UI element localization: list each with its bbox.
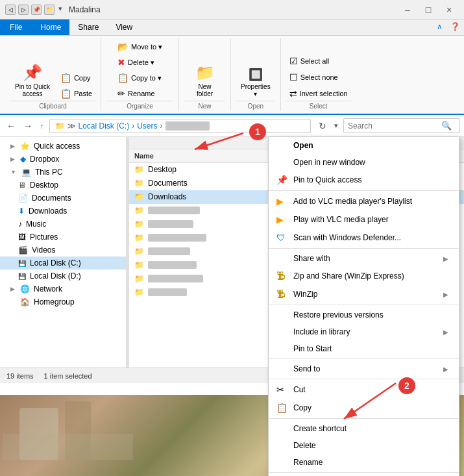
- ctx-winzip-share[interactable]: 🗜 Zip and Share (WinZip Express): [269, 267, 459, 285]
- ctx-scan-defender[interactable]: 🛡 Scan with Windows Defender...: [269, 229, 459, 247]
- invert-label: Invert selection: [300, 90, 348, 97]
- address-user[interactable]: ████████: [165, 121, 210, 131]
- refresh-btn[interactable]: ↻: [316, 119, 329, 132]
- help-btn[interactable]: ❓: [446, 19, 464, 35]
- forward-button[interactable]: →: [21, 119, 35, 132]
- sidebar-item-pictures[interactable]: 🖼 Pictures: [0, 231, 126, 244]
- expand-btn[interactable]: ▾: [332, 120, 341, 131]
- sidebar-item-local-disk-c[interactable]: 💾 Local Disk (C:): [0, 257, 126, 269]
- ribbon-tabs: File Home Share View ∧ ❓: [0, 19, 464, 36]
- blurred-3-icon: 📁: [134, 233, 144, 242]
- sidebar-item-this-pc[interactable]: ▼ 💻 This PC: [0, 166, 126, 179]
- folder-address-icon: 📁: [55, 121, 65, 131]
- tab-view[interactable]: View: [107, 19, 141, 35]
- sidebar-item-videos[interactable]: 🎬 Videos: [0, 244, 126, 257]
- ctx-winzip[interactable]: 🗜 WinZip ▶: [269, 285, 459, 303]
- rename-button[interactable]: ✏ Rename: [114, 86, 165, 101]
- address-sep2: ›: [132, 121, 134, 131]
- paste-icon: 📋: [60, 88, 71, 99]
- close-button[interactable]: ×: [439, 3, 459, 16]
- homegroup-label: Homegroup: [34, 297, 75, 307]
- ctx-open-label: Open: [293, 141, 313, 150]
- search-icon[interactable]: 🔍: [441, 121, 452, 131]
- sidebar-item-music[interactable]: ♪ Music: [0, 218, 126, 231]
- blurred-6-icon: 📁: [134, 274, 144, 283]
- select-none-button[interactable]: ☐ Select none: [286, 70, 351, 84]
- ribbon-group-select: ☑ Select all ☐ Select none ⇄ Invert sele…: [281, 38, 356, 111]
- downloads-icon: ⬇: [18, 207, 25, 216]
- new-folder-button[interactable]: 📁 Newfolder: [190, 60, 219, 101]
- select-label: Select: [286, 101, 351, 110]
- address-local-disk[interactable]: Local Disk (C:): [79, 121, 130, 131]
- delete-button[interactable]: ✖ Delete ▾: [114, 55, 165, 69]
- paste-button[interactable]: 📋 Paste: [57, 86, 95, 101]
- sidebar-item-documents[interactable]: 📄 Documents: [0, 192, 126, 205]
- sidebar-item-desktop[interactable]: 🖥 Desktop: [0, 179, 126, 192]
- ctx-pin-icon: 📌: [276, 175, 288, 185]
- network-expander: ▶: [10, 286, 15, 292]
- ctx-cut[interactable]: ✂ Cut: [269, 381, 459, 399]
- forward-icon[interactable]: ▷: [18, 5, 29, 15]
- ctx-create-shortcut-label: Create shortcut: [293, 424, 347, 433]
- sidebar-item-local-disk-d[interactable]: 💾 Local Disk (D:): [0, 269, 126, 282]
- ribbon-collapse-btn[interactable]: ∧: [433, 19, 446, 35]
- organize-label: Organize: [106, 101, 173, 110]
- ctx-open[interactable]: Open: [269, 137, 459, 154]
- pin-icon[interactable]: 📌: [31, 5, 42, 15]
- sidebar-item-network[interactable]: ▶ 🌐 Network: [0, 282, 126, 295]
- ctx-delete[interactable]: Delete: [269, 437, 459, 454]
- ctx-copy[interactable]: 📋 Copy: [269, 399, 459, 417]
- documents-icon: 📄: [18, 194, 28, 203]
- network-icon: 🌐: [20, 284, 30, 294]
- up-button[interactable]: ↑: [38, 121, 47, 131]
- ribbon-group-new: 📁 Newfolder New: [179, 38, 231, 111]
- ctx-include-library[interactable]: Include in library ▶: [269, 323, 459, 340]
- back-icon[interactable]: ◁: [5, 5, 16, 15]
- sidebar-item-dropbox[interactable]: ▶ ◆ Dropbox: [0, 153, 126, 166]
- ctx-open-new-window[interactable]: Open in new window: [269, 154, 459, 171]
- pin-label: Pin to Quick access: [15, 83, 50, 97]
- ctx-play-vlc[interactable]: ▶ Play with VLC media player: [269, 210, 459, 229]
- copy-button[interactable]: 📋 Copy: [57, 71, 95, 85]
- ctx-restore-versions[interactable]: Restore previous versions: [269, 307, 459, 323]
- address-sep1: ≫: [67, 121, 76, 131]
- tab-file[interactable]: File: [0, 19, 32, 35]
- ctx-pin-start[interactable]: Pin to Start: [269, 340, 459, 357]
- sidebar-item-quick-access[interactable]: ▶ ⭐ Quick access: [0, 140, 126, 153]
- move-to-button[interactable]: 📂 Move to ▾: [114, 40, 165, 54]
- ctx-send-to[interactable]: Send to ▶: [269, 360, 459, 377]
- search-bar[interactable]: 🔍: [343, 118, 460, 133]
- ctx-pin-quick-access[interactable]: 📌 Pin to Quick access: [269, 171, 459, 189]
- address-users[interactable]: Users: [137, 121, 157, 131]
- sidebar-item-homegroup[interactable]: ▶ 🏠 Homegroup: [0, 295, 126, 308]
- title-bar: ◁ ▷ 📌 📁 ▾ Madalina – □ ×: [0, 0, 464, 19]
- ctx-create-shortcut[interactable]: Create shortcut: [269, 420, 459, 437]
- ctx-rename[interactable]: Rename: [269, 454, 459, 471]
- ctx-share-arrow: ▶: [443, 255, 448, 262]
- ctx-cut-icon: ✂: [276, 384, 288, 395]
- back-button[interactable]: ←: [4, 119, 18, 132]
- ctx-share-with[interactable]: Share with ▶: [269, 250, 459, 267]
- annotation-2-label: 2: [404, 381, 409, 391]
- separator: ▾: [57, 5, 64, 15]
- properties-button[interactable]: 🔲 Properties▾: [236, 64, 275, 101]
- tab-home[interactable]: Home: [32, 19, 69, 35]
- sidebar-item-downloads[interactable]: ⬇ Downloads: [0, 205, 126, 218]
- pin-quick-access-button[interactable]: 📌 Pin to Quick access: [10, 60, 55, 101]
- copy-paste-group: 📋 Copy 📋 Paste: [57, 71, 95, 101]
- local-disk-d-icon: 💾: [18, 273, 26, 280]
- minimize-button[interactable]: –: [398, 3, 417, 16]
- search-input[interactable]: [348, 121, 439, 131]
- quick-access-label: Quick access: [34, 142, 80, 151]
- address-bar[interactable]: 📁 ≫ Local Disk (C:) › Users › ████████: [49, 119, 311, 133]
- properties-label: Properties▾: [241, 83, 271, 97]
- select-items: ☑ Select all ☐ Select none ⇄ Invert sele…: [286, 40, 351, 101]
- quick-access-icon: ⭐: [20, 142, 30, 151]
- invert-selection-button[interactable]: ⇄ Invert selection: [286, 86, 351, 101]
- ctx-restore-label: Restore previous versions: [293, 310, 384, 319]
- maximize-button[interactable]: □: [419, 3, 438, 16]
- select-all-button[interactable]: ☑ Select all: [286, 54, 351, 68]
- ctx-add-vlc[interactable]: ▶ Add to VLC media player's Playlist: [269, 192, 459, 210]
- tab-share[interactable]: Share: [69, 19, 107, 35]
- copy-to-button[interactable]: 📋 Copy to ▾: [114, 71, 165, 85]
